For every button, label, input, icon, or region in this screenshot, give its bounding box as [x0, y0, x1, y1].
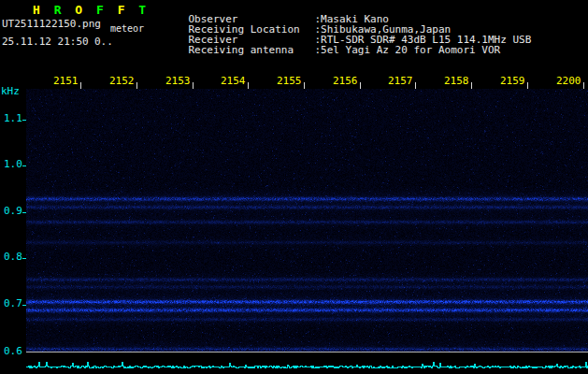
title-letter: F	[118, 3, 125, 17]
output-filename-label: UT2511122150.png	[2, 18, 101, 30]
time-tick-mark	[583, 82, 584, 89]
spectrogram-canvas	[26, 89, 588, 352]
freq-label: 0.9	[4, 206, 22, 217]
time-tick-mark	[136, 82, 137, 89]
title-letter: H	[33, 3, 40, 17]
signal-level-strip	[0, 353, 588, 374]
khz-unit-label: kHz	[1, 86, 20, 97]
title-letter: T	[138, 3, 146, 17]
time-label: 2157	[388, 76, 413, 86]
time-label: 2159	[500, 76, 525, 86]
app-title: H R O F F T	[33, 3, 152, 17]
time-label: 2155	[277, 76, 302, 86]
info-row-antenna: Receiving antenna:5el Yagi Az 20 for Aom…	[164, 35, 500, 65]
title-letter: R	[54, 3, 62, 17]
freq-label: 1.0	[4, 159, 22, 170]
time-tick-mark	[415, 82, 416, 89]
echo-counter-label: 0..	[94, 36, 113, 48]
time-label: 2152	[109, 76, 135, 86]
time-tick-mark	[304, 82, 305, 89]
separator-line	[26, 352, 588, 352]
datetime-label: 25.11.12 21:50	[2, 36, 89, 48]
time-tick-mark	[360, 82, 361, 89]
time-label: 2154	[221, 76, 246, 86]
time-tick-mark	[193, 82, 194, 89]
hrofft-app-window: H R O F F T UT2511122150.png meteor 25.1…	[0, 0, 588, 374]
freq-label: 0.7	[4, 298, 22, 309]
time-label: 2156	[333, 76, 358, 86]
freq-label: 0.8	[4, 252, 22, 263]
time-label: 2151	[53, 76, 79, 86]
time-tick-mark	[248, 82, 249, 89]
time-tick-mark	[527, 82, 528, 89]
mode-label: meteor	[110, 23, 144, 34]
title-letter: F	[96, 3, 104, 17]
time-label: 2153	[165, 76, 191, 86]
time-tick-mark	[80, 82, 81, 89]
time-tick-mark	[471, 82, 472, 89]
info-label: Receiving antenna	[189, 45, 315, 55]
title-letter: O	[75, 3, 82, 17]
info-value: :5el Yagi Az 20 for Aomori VOR	[315, 44, 501, 56]
time-label: 2158	[444, 76, 469, 86]
freq-label: 1.1	[4, 113, 22, 124]
time-label: 2200	[556, 76, 581, 86]
